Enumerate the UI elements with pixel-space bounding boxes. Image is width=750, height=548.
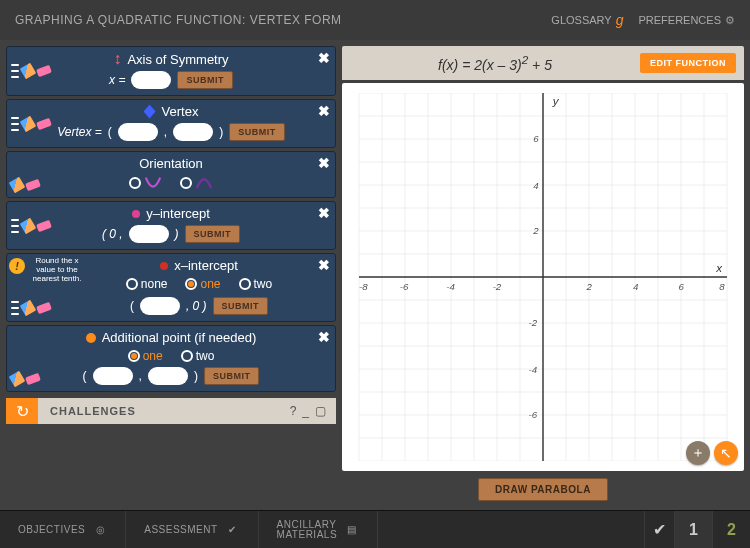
svg-text:y: y (552, 94, 560, 107)
additional-x-input[interactable] (93, 367, 133, 385)
eraser-icon[interactable] (36, 219, 52, 231)
additional-point-icon (86, 333, 96, 343)
check-icon: ✔ (226, 523, 240, 537)
parabola-down-icon (195, 175, 213, 191)
draw-parabola-button[interactable]: DRAW PARABOLA (478, 478, 608, 501)
pencil-icon[interactable] (20, 115, 36, 131)
eraser-icon[interactable] (36, 65, 52, 77)
card-title-label: x–intercept (174, 258, 238, 273)
orientation-up-option[interactable] (129, 175, 162, 191)
function-bar: f(x) = 2(x – 3)2 + 5 EDIT FUNCTION (342, 46, 744, 80)
parabola-up-icon (144, 175, 162, 191)
glossary-link[interactable]: GLOSSARY g (551, 12, 623, 28)
target-icon: ◎ (93, 523, 107, 537)
page-1-button[interactable]: 1 (674, 511, 712, 548)
card-title-label: Additional point (if needed) (102, 330, 257, 345)
coordinate-grid: x y -8 -6 -4 -2 2 4 6 8 -6 -4 -2 2 (352, 93, 734, 461)
card-x-intercept: ✖ ! Round the x value to the nearest ten… (6, 253, 336, 322)
drag-handle-icon[interactable] (11, 117, 19, 131)
preferences-link[interactable]: PREFERENCES ⚙ (638, 14, 735, 27)
pointer-tool[interactable]: ↖ (714, 441, 738, 465)
left-panel: ✖ ↕Axis of Symmetry x = SUBMIT ✖ (6, 46, 336, 504)
yint-suffix: ) (175, 227, 179, 241)
close-icon[interactable]: ✖ (318, 155, 330, 171)
vertex-x-input[interactable] (118, 123, 158, 141)
vertex-y-input[interactable] (173, 123, 213, 141)
axis-x-label: x = (109, 73, 125, 87)
svg-text:-4: -4 (446, 281, 455, 292)
footer-check-icon[interactable]: ✔ (644, 511, 674, 548)
glossary-icon: g (616, 12, 624, 28)
drag-handle-icon[interactable] (11, 219, 19, 233)
pencil-icon[interactable] (20, 300, 36, 316)
yint-prefix: ( 0 , (102, 227, 123, 241)
header: GRAPHING A QUADRATIC FUNCTION: VERTEX FO… (0, 0, 750, 40)
xint-none-option[interactable]: none (126, 277, 168, 291)
xint-one-option[interactable]: one (185, 277, 220, 291)
eraser-icon[interactable] (36, 117, 52, 129)
svg-text:6: 6 (533, 133, 539, 144)
zoom-tool[interactable]: ＋ (686, 441, 710, 465)
axis-x-input[interactable] (131, 71, 171, 89)
pencil-icon[interactable] (9, 177, 25, 193)
card-orientation: ✖ Orientation (6, 151, 336, 198)
challenges-bar: ↻ CHALLENGES ? _ ▢ (6, 398, 336, 424)
svg-text:4: 4 (633, 281, 639, 292)
vertex-label: Vertex = (57, 125, 102, 139)
svg-text:4: 4 (533, 180, 539, 191)
graph-area[interactable]: x y -8 -6 -4 -2 2 4 6 8 -6 -4 -2 2 (342, 83, 744, 471)
reset-button[interactable]: ↻ (6, 398, 38, 424)
yint-input[interactable] (129, 225, 169, 243)
axis-symmetry-icon: ↕ (113, 51, 121, 67)
document-icon: ▤ (345, 523, 359, 537)
warning-icon: ! (9, 258, 25, 274)
submit-button[interactable]: SUBMIT (213, 297, 269, 315)
minimize-icon[interactable]: _ (302, 404, 309, 418)
eraser-icon[interactable] (36, 302, 52, 314)
submit-button[interactable]: SUBMIT (185, 225, 241, 243)
card-additional-point: ✖ Additional point (if needed) one two (… (6, 325, 336, 392)
objectives-tab[interactable]: OBJECTIVES ◎ (0, 511, 126, 548)
additional-y-input[interactable] (148, 367, 188, 385)
preferences-label: PREFERENCES (638, 14, 721, 26)
eraser-icon[interactable] (25, 179, 41, 191)
svg-text:2: 2 (586, 281, 593, 292)
expand-icon[interactable]: ▢ (315, 404, 326, 418)
vertex-icon (144, 105, 156, 119)
eraser-icon[interactable] (25, 373, 41, 385)
help-icon[interactable]: ? (290, 404, 297, 418)
pencil-icon[interactable] (20, 63, 36, 79)
ancillary-tab[interactable]: ANCILLARY MATERIALS ▤ (259, 511, 378, 548)
card-y-intercept: ✖ y–intercept ( 0 , ) SUBMIT (6, 201, 336, 250)
drag-handle-icon[interactable] (11, 64, 19, 78)
xint-two-option[interactable]: two (239, 277, 273, 291)
xint-input[interactable] (140, 297, 180, 315)
assessment-tab[interactable]: ASSESSMENT ✔ (126, 511, 258, 548)
additional-two-option[interactable]: two (181, 349, 215, 363)
close-icon[interactable]: ✖ (318, 205, 330, 221)
svg-text:6: 6 (679, 281, 685, 292)
orientation-down-option[interactable] (180, 175, 213, 191)
close-icon[interactable]: ✖ (318, 103, 330, 119)
pencil-icon[interactable] (20, 217, 36, 233)
card-title-label: Orientation (139, 156, 203, 171)
svg-text:-2: -2 (493, 281, 502, 292)
submit-button[interactable]: SUBMIT (177, 71, 233, 89)
card-axis-of-symmetry: ✖ ↕Axis of Symmetry x = SUBMIT (6, 46, 336, 96)
pencil-icon[interactable] (9, 371, 25, 387)
page-2-button[interactable]: 2 (712, 511, 750, 548)
submit-button[interactable]: SUBMIT (204, 367, 260, 385)
close-icon[interactable]: ✖ (318, 257, 330, 273)
footer: OBJECTIVES ◎ ASSESSMENT ✔ ANCILLARY MATE… (0, 510, 750, 548)
xint-suffix: , 0 ) (186, 299, 207, 313)
edit-function-button[interactable]: EDIT FUNCTION (640, 53, 736, 73)
svg-text:x: x (715, 261, 723, 274)
drag-handle-icon[interactable] (11, 301, 19, 315)
close-icon[interactable]: ✖ (318, 329, 330, 345)
card-vertex: ✖ Vertex Vertex = ( , ) SUBMIT (6, 99, 336, 148)
submit-button[interactable]: SUBMIT (229, 123, 285, 141)
close-icon[interactable]: ✖ (318, 50, 330, 66)
additional-one-option[interactable]: one (128, 349, 163, 363)
gear-icon: ⚙ (725, 14, 735, 27)
svg-text:-6: -6 (528, 409, 537, 420)
